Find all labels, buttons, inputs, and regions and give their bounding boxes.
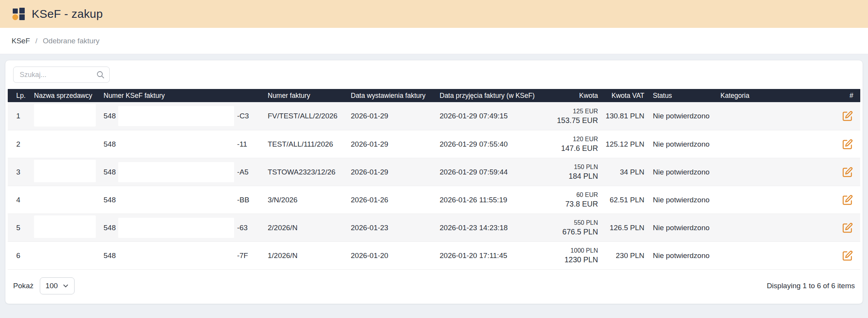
ksef-number-cell: 548 -63 xyxy=(104,218,268,238)
page-size-label: Pokaż xyxy=(13,282,34,290)
table-footer: Pokaż 100 Displaying 1 to 6 of 6 items xyxy=(8,269,860,304)
amount-cell: 150 PLN 184 PLN xyxy=(536,163,598,181)
amount-gross: 184 PLN xyxy=(536,171,598,181)
received-date: 2026-01-29 07:49:15 xyxy=(440,112,536,120)
breadcrumb-current: Odebrane faktury xyxy=(43,37,100,45)
page-size-value: 100 xyxy=(46,282,58,290)
issue-date: 2026-01-29 xyxy=(351,112,440,120)
row-index: 5 xyxy=(15,224,34,232)
col-header-invoice: Numer faktury xyxy=(268,92,351,100)
seller-cell xyxy=(34,160,104,184)
amount-net: 120 EUR xyxy=(536,135,598,143)
status-badge: Nie potwierdzono xyxy=(644,168,712,176)
search-icon xyxy=(96,70,105,79)
ksef-number-prefix: 548 xyxy=(104,196,116,204)
seller-cell xyxy=(34,132,104,156)
breadcrumb-root-link[interactable]: KSeF xyxy=(12,37,30,45)
search-input[interactable] xyxy=(13,67,110,83)
redacted-ksef-box xyxy=(118,190,234,210)
seller-cell xyxy=(34,215,104,240)
amount-net: 150 PLN xyxy=(536,163,598,171)
page-size-select[interactable]: 100 xyxy=(40,277,75,294)
table-row: 3 548 -A5 TSTOWA2323/12/26 2026-01-29 20… xyxy=(8,158,860,186)
row-index: 3 xyxy=(15,168,34,176)
ksef-number-cell: 548 -BB xyxy=(104,190,268,210)
status-badge: Nie potwierdzono xyxy=(644,251,712,260)
edit-invoice-button[interactable] xyxy=(842,250,853,262)
edit-invoice-button[interactable] xyxy=(842,110,853,122)
col-header-issue: Data wystawienia faktury xyxy=(351,92,440,100)
amount-gross: 73.8 EUR xyxy=(536,199,598,209)
table-row: 4 548 -BB 3/N/2026 2026-01-26 2026-01-26… xyxy=(8,186,860,214)
table-row: 6 548 -7F 1/2026/N 2026-01-20 2026-01-20… xyxy=(8,241,860,269)
invoice-number: FV/TEST/ALL/2/2026 xyxy=(268,112,351,120)
vat-amount: 126.5 PLN xyxy=(598,224,644,232)
ksef-number-suffix: -BB xyxy=(237,196,250,204)
amount-gross: 153.75 EUR xyxy=(536,115,598,125)
vat-amount: 125.12 PLN xyxy=(598,140,644,149)
issue-date: 2026-01-29 xyxy=(351,140,440,149)
issue-date: 2026-01-20 xyxy=(351,251,440,260)
app-logo-icon xyxy=(12,7,25,21)
amount-net: 550 PLN xyxy=(536,219,598,227)
edit-invoice-button[interactable] xyxy=(842,222,853,234)
edit-invoice-button[interactable] xyxy=(842,166,853,178)
row-index: 1 xyxy=(15,112,34,120)
redacted-seller-box xyxy=(34,215,96,238)
received-date: 2026-01-29 07:59:44 xyxy=(440,168,536,176)
redacted-seller-box xyxy=(34,243,96,266)
vat-amount: 34 PLN xyxy=(598,168,644,176)
page-body: Lp. Nazwa sprzedawcy Numer KSeF faktury … xyxy=(0,54,868,310)
ksef-number-prefix: 548 xyxy=(104,168,116,176)
ksef-number-suffix: -11 xyxy=(237,140,247,149)
redacted-seller-box xyxy=(34,188,96,210)
edit-invoice-button[interactable] xyxy=(842,138,853,150)
vat-amount: 230 PLN xyxy=(598,251,644,260)
breadcrumb-separator: / xyxy=(36,37,37,45)
edit-pencil-icon xyxy=(842,110,853,122)
col-header-amount: Kwota xyxy=(536,92,598,100)
pagination-summary: Displaying 1 to 6 of 6 items xyxy=(767,282,855,290)
redacted-ksef-box xyxy=(118,218,234,238)
redacted-ksef-box xyxy=(118,246,234,266)
ksef-number-prefix: 548 xyxy=(104,224,116,232)
amount-gross: 1230 PLN xyxy=(536,255,598,265)
invoices-table: Lp. Nazwa sprzedawcy Numer KSeF faktury … xyxy=(8,89,860,269)
breadcrumb: KSeF / Odebrane faktury xyxy=(0,28,868,54)
invoice-number: 2/2026/N xyxy=(268,224,351,232)
page-title: KSeF - zakup xyxy=(32,7,103,21)
ksef-number-prefix: 548 xyxy=(104,140,116,149)
ksef-number-prefix: 548 xyxy=(104,112,116,120)
ksef-number-cell: 548 -11 xyxy=(104,134,268,154)
amount-cell: 60 EUR 73.8 EUR xyxy=(536,191,598,209)
status-badge: Nie potwierdzono xyxy=(644,224,712,232)
edit-pencil-icon xyxy=(842,222,853,234)
redacted-ksef-box xyxy=(118,106,234,126)
issue-date: 2026-01-23 xyxy=(351,224,440,232)
page-size-control: Pokaż 100 xyxy=(13,277,75,294)
actions-cell xyxy=(829,250,853,262)
invoice-number: TEST/ALL/111/2026 xyxy=(268,140,351,149)
ksef-number-cell: 548 -7F xyxy=(104,246,268,266)
redacted-seller-box xyxy=(34,160,96,182)
seller-cell xyxy=(34,243,104,268)
vat-amount: 62.51 PLN xyxy=(598,196,644,204)
table-header-row: Lp. Nazwa sprzedawcy Numer KSeF faktury … xyxy=(8,89,860,102)
amount-cell: 1000 PLN 1230 PLN xyxy=(536,246,598,265)
edit-invoice-button[interactable] xyxy=(842,194,853,206)
edit-pencil-icon xyxy=(842,194,853,206)
issue-date: 2026-01-26 xyxy=(351,196,440,204)
ksef-number-suffix: -7F xyxy=(237,251,248,260)
col-header-vat: Kwota VAT xyxy=(598,92,644,100)
table-row: 2 548 -11 TEST/ALL/111/2026 2026-01-29 2… xyxy=(8,130,860,158)
redacted-seller-box xyxy=(34,104,96,127)
actions-cell xyxy=(829,222,853,234)
col-header-category: Kategoria xyxy=(712,92,829,100)
invoice-number: 1/2026/N xyxy=(268,251,351,260)
amount-gross: 147.6 EUR xyxy=(536,143,598,153)
invoice-number: TSTOWA2323/12/26 xyxy=(268,168,351,176)
received-date: 2026-01-20 17:11:45 xyxy=(440,251,536,260)
actions-cell xyxy=(829,110,853,122)
ksef-number-suffix: -C3 xyxy=(237,112,249,120)
received-date: 2026-01-29 07:55:40 xyxy=(440,140,536,149)
